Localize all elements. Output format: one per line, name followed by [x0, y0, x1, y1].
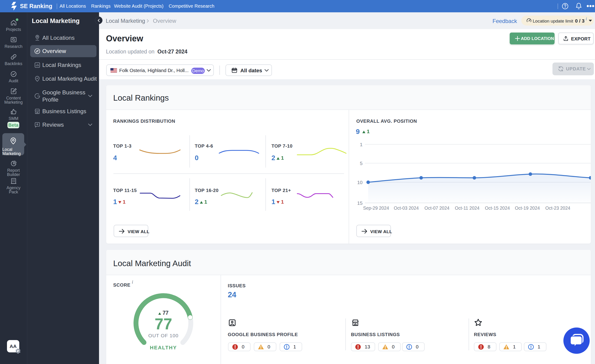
svg-text:15: 15	[357, 200, 363, 206]
svg-text:Oct-11 2024: Oct-11 2024	[455, 206, 480, 211]
svg-text:1: 1	[360, 142, 363, 147]
svg-text:Oct-03 2024: Oct-03 2024	[394, 206, 418, 211]
svg-text:Oct-07 2024: Oct-07 2024	[425, 206, 449, 211]
svg-text:Oct-23 2024: Oct-23 2024	[545, 206, 570, 211]
svg-text:5: 5	[360, 161, 363, 166]
svg-text:Oct-19 2024: Oct-19 2024	[515, 206, 540, 211]
svg-text:Sep-29 2024: Sep-29 2024	[363, 206, 389, 211]
svg-text:Oct-15 2024: Oct-15 2024	[485, 206, 510, 211]
svg-text:10: 10	[357, 180, 363, 185]
